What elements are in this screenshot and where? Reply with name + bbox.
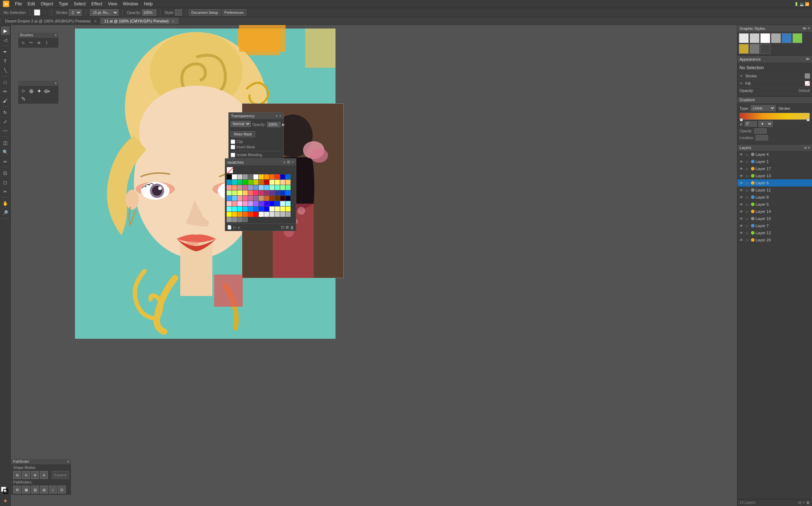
layer-lock-6[interactable]: ▷ bbox=[745, 195, 750, 199]
fill-color-box[interactable] bbox=[805, 81, 810, 86]
brush-tool-6[interactable]: ⊕ bbox=[27, 87, 35, 94]
preferences-btn[interactable]: Preferences bbox=[222, 9, 246, 16]
swatch-color-65[interactable] bbox=[253, 201, 258, 206]
layers-delete-btn[interactable]: 🗑 bbox=[806, 501, 810, 505]
swatch-color-55[interactable] bbox=[264, 196, 269, 201]
color-btn[interactable]: ◈ bbox=[1, 496, 10, 505]
swatch-color-51[interactable] bbox=[243, 196, 248, 201]
opacity-arrow[interactable]: ▶ bbox=[282, 122, 285, 127]
stroke-select[interactable]: C bbox=[69, 9, 82, 16]
swatch-color-35[interactable] bbox=[286, 185, 291, 190]
swatch-color-50[interactable] bbox=[237, 196, 242, 201]
trim-btn[interactable]: ▦ bbox=[22, 486, 30, 494]
swatch-color-64[interactable] bbox=[248, 201, 253, 206]
tab-11ai[interactable]: 11.ai @ 100% (CMYK/GPU Preview) ✕ bbox=[101, 18, 179, 24]
swatch-color-38[interactable] bbox=[237, 190, 242, 195]
swatch-color-73[interactable] bbox=[232, 206, 237, 211]
gs-item-1[interactable] bbox=[739, 33, 749, 43]
expand-btn[interactable]: Expand bbox=[52, 471, 69, 479]
gradient-location-input[interactable] bbox=[756, 135, 768, 140]
brush-tool-8[interactable]: ✎ bbox=[20, 95, 27, 102]
invert-mask-checkbox[interactable] bbox=[231, 145, 235, 149]
layer-eye-12[interactable]: 👁 bbox=[739, 238, 744, 242]
opacity-input[interactable] bbox=[142, 9, 156, 16]
swatch-color-94[interactable] bbox=[280, 212, 285, 217]
swatch-color-5[interactable] bbox=[253, 174, 258, 179]
layer-lock-3[interactable]: ▷ bbox=[745, 174, 750, 178]
swatch-color-77[interactable] bbox=[253, 206, 258, 211]
swatch-color-29[interactable] bbox=[253, 185, 258, 190]
swatch-color-92[interactable] bbox=[269, 212, 274, 217]
brush-tool-7[interactable]: ✦ bbox=[35, 87, 42, 94]
swatch-color-52[interactable] bbox=[248, 196, 253, 201]
swatch-color-70[interactable] bbox=[280, 201, 285, 206]
layer-lock-5[interactable]: ▷ bbox=[745, 188, 750, 192]
swatches-delete-btn[interactable]: 🗑 bbox=[290, 225, 294, 230]
swatch-color-76[interactable] bbox=[248, 206, 253, 211]
clip-checkbox[interactable] bbox=[231, 139, 235, 144]
swatch-color-1[interactable] bbox=[232, 174, 237, 179]
layer-eye-6[interactable]: 👁 bbox=[739, 195, 744, 199]
swatch-color-85[interactable] bbox=[232, 212, 237, 217]
layer-eye-5[interactable]: 👁 bbox=[739, 188, 744, 192]
swatches-list-view-btn[interactable]: ≡ bbox=[283, 160, 286, 164]
gs-item-6[interactable] bbox=[792, 33, 802, 43]
layer-eye-8[interactable]: 👁 bbox=[739, 210, 744, 214]
swatch-color-71[interactable] bbox=[286, 201, 291, 206]
layer-lock-7[interactable]: ▷ bbox=[745, 203, 750, 206]
layer-row-layer-5[interactable]: 👁 ▷ Layer 5 bbox=[737, 201, 812, 208]
fill-swatch[interactable] bbox=[34, 9, 40, 16]
layer-lock-9[interactable]: ▷ bbox=[745, 217, 750, 221]
swatch-color-54[interactable] bbox=[259, 196, 264, 201]
scissors-tool[interactable]: ✂ bbox=[1, 187, 10, 196]
swatch-color-79[interactable] bbox=[264, 206, 269, 211]
layer-row-layer-11[interactable]: 👁 ▷ Layer 11 bbox=[737, 186, 812, 194]
warp-tool[interactable]: 〰 bbox=[1, 127, 10, 135]
swatch-color-90[interactable] bbox=[259, 212, 264, 217]
swatch-color-80[interactable] bbox=[269, 206, 274, 211]
swatch-color-91[interactable] bbox=[264, 212, 269, 217]
menu-window[interactable]: Window bbox=[123, 1, 138, 6]
gs-item-8[interactable] bbox=[750, 44, 760, 54]
swatch-color-10[interactable] bbox=[280, 174, 285, 179]
crop-btn[interactable]: ▤ bbox=[40, 486, 48, 494]
move-tool[interactable]: ⟴ bbox=[43, 87, 50, 94]
layer-lock-0[interactable]: ▷ bbox=[745, 153, 750, 157]
swatch-color-32[interactable] bbox=[269, 185, 274, 190]
gradient-bar[interactable] bbox=[740, 113, 810, 120]
minus-btn[interactable]: ⊖ bbox=[22, 471, 30, 479]
layer-row-layer-17[interactable]: 👁 ▷ Layer 17 bbox=[737, 165, 812, 172]
layer-eye-7[interactable]: 👁 bbox=[739, 203, 744, 206]
transparency-close-btn[interactable]: × bbox=[279, 114, 281, 118]
gs-item-4[interactable] bbox=[771, 33, 781, 43]
hand-tool[interactable]: ✋ bbox=[1, 199, 10, 208]
layer-row-layer-20[interactable]: 👁 ▷ Layer 20 bbox=[737, 236, 812, 244]
slice-tool[interactable]: ⊡ bbox=[1, 169, 10, 177]
swatch-color-6[interactable] bbox=[259, 174, 264, 179]
layer-eye-11[interactable]: 👁 bbox=[739, 231, 744, 235]
swatch-color-86[interactable] bbox=[237, 212, 242, 217]
isolate-blending-checkbox[interactable] bbox=[231, 153, 235, 157]
swatch-color-24[interactable] bbox=[227, 185, 232, 190]
canvas-area[interactable] bbox=[11, 25, 676, 506]
swatch-color-66[interactable] bbox=[259, 201, 264, 206]
layer-lock-10[interactable]: ▷ bbox=[745, 224, 750, 228]
layer-eye-2[interactable]: 👁 bbox=[739, 167, 744, 171]
menu-help[interactable]: Help bbox=[144, 1, 153, 6]
swatch-color-12[interactable] bbox=[227, 180, 232, 185]
swatch-color-4[interactable] bbox=[248, 174, 253, 179]
swatch-color-13[interactable] bbox=[232, 180, 237, 185]
swatch-color-78[interactable] bbox=[259, 206, 264, 211]
eyedropper-tool[interactable]: 🔍 bbox=[1, 148, 10, 156]
swatch-color-95[interactable] bbox=[286, 212, 291, 217]
brush-tool-1[interactable]: ∿ bbox=[20, 39, 27, 46]
swatch-color-43[interactable] bbox=[264, 190, 269, 195]
swatch-color-44[interactable] bbox=[269, 190, 274, 195]
brush-size-select[interactable]: 15 pt. Ro... bbox=[90, 9, 118, 16]
opacity-value-input[interactable] bbox=[267, 122, 281, 127]
minus-back-btn[interactable]: ⊟ bbox=[58, 486, 66, 494]
brush-tool-4[interactable]: ⌇ bbox=[43, 39, 50, 46]
swatch-color-15[interactable] bbox=[243, 180, 248, 185]
swatch-color-62[interactable] bbox=[237, 201, 242, 206]
swatch-color-2[interactable] bbox=[237, 174, 242, 179]
